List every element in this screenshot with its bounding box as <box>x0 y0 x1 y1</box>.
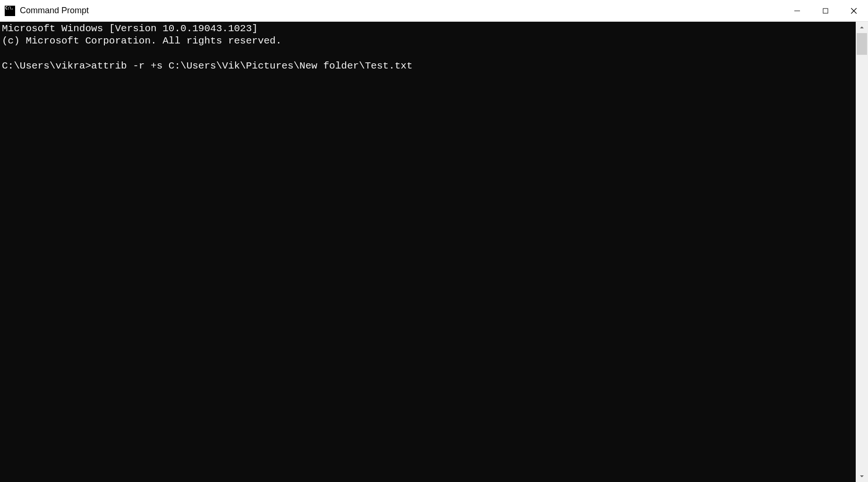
maximize-icon <box>822 8 829 14</box>
close-button[interactable] <box>840 0 868 21</box>
prompt-line: C:\Users\vikra>attrib -r +s C:\Users\Vik… <box>2 60 413 71</box>
svg-rect-1 <box>823 9 828 13</box>
window-controls <box>783 0 868 21</box>
scroll-thumb[interactable] <box>857 33 867 55</box>
output-line: Microsoft Windows [Version 10.0.19043.10… <box>2 23 258 34</box>
cmd-icon <box>5 6 15 16</box>
chevron-up-icon <box>859 25 864 30</box>
command-prompt-window: Command Prompt Microsoft Windows [Versio… <box>0 0 868 482</box>
scroll-up-button[interactable] <box>856 22 868 33</box>
scroll-down-button[interactable] <box>856 471 868 482</box>
terminal-output[interactable]: Microsoft Windows [Version 10.0.19043.10… <box>0 22 856 482</box>
titlebar-left: Command Prompt <box>0 6 89 16</box>
chevron-down-icon <box>859 474 864 479</box>
vertical-scrollbar[interactable] <box>856 22 868 482</box>
maximize-button[interactable] <box>811 0 840 21</box>
scroll-track[interactable] <box>856 33 868 471</box>
titlebar[interactable]: Command Prompt <box>0 0 868 22</box>
terminal-area: Microsoft Windows [Version 10.0.19043.10… <box>0 22 868 482</box>
window-title: Command Prompt <box>20 6 89 16</box>
output-line: (c) Microsoft Corporation. All rights re… <box>2 35 281 46</box>
minimize-button[interactable] <box>783 0 811 21</box>
minimize-icon <box>794 8 800 14</box>
close-icon <box>850 7 858 15</box>
